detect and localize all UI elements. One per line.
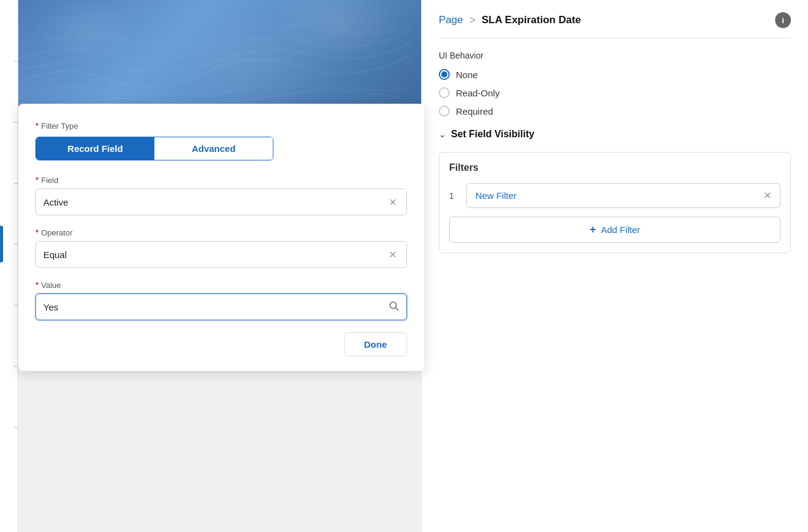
breadcrumb-separator: > <box>469 14 476 27</box>
accent-bar <box>0 226 3 262</box>
field-label: * Field <box>35 175 407 185</box>
required-star: * <box>35 121 38 131</box>
radio-circle-required <box>439 106 450 117</box>
operator-group: * Operator ✕ <box>35 228 407 268</box>
visibility-header[interactable]: ⌄ Set Field Visibility <box>439 129 791 140</box>
left-ruler <box>0 0 18 532</box>
done-button[interactable]: Done <box>344 332 408 356</box>
ui-behavior-title: UI Behavior <box>439 51 791 60</box>
field-clear-icon[interactable]: ✕ <box>386 194 399 210</box>
breadcrumb-page[interactable]: Page <box>439 14 463 26</box>
operator-clear-icon[interactable]: ✕ <box>386 246 399 263</box>
radio-label-required: Required <box>456 106 493 117</box>
field-input-wrapper: ✕ <box>35 189 407 215</box>
field-input[interactable] <box>43 197 386 207</box>
add-filter-button[interactable]: + Add Filter <box>449 217 781 243</box>
ruler-tick <box>14 61 18 62</box>
operator-input[interactable] <box>43 250 386 260</box>
operator-input-wrapper: ✕ <box>35 241 407 268</box>
radio-circle-none <box>439 69 450 80</box>
value-group: * Value <box>35 280 407 320</box>
right-panel: Page > SLA Expiration Date i UI Behavior… <box>421 0 808 532</box>
operator-label: * Operator <box>35 228 407 237</box>
visibility-title: Set Field Visibility <box>451 129 535 140</box>
filter-chip-close-icon[interactable]: ✕ <box>763 190 771 201</box>
breadcrumb: Page > SLA Expiration Date i <box>439 12 791 38</box>
svg-line-1 <box>395 307 398 310</box>
filters-section: Filters 1 New Filter ✕ + Add Filter <box>439 152 791 253</box>
radio-label-none: None <box>456 70 478 80</box>
ruler-tick <box>14 183 18 184</box>
field-group: * Field ✕ <box>35 175 407 215</box>
radio-none[interactable]: None <box>439 69 791 80</box>
operator-required-star: * <box>35 228 38 237</box>
value-input[interactable] <box>43 302 388 312</box>
field-required-star: * <box>35 175 38 185</box>
filters-label: Filters <box>449 162 781 173</box>
filter-modal: * Filter Type Record Field Advanced * Fi… <box>18 104 424 371</box>
value-input-wrapper <box>35 293 407 320</box>
ruler-tick <box>14 305 18 306</box>
info-button[interactable]: i <box>775 12 791 28</box>
add-filter-label: Add Filter <box>601 225 640 235</box>
filter-type-group: * Filter Type Record Field Advanced <box>35 121 407 160</box>
chevron-down-icon: ⌄ <box>439 129 446 139</box>
value-label: * Value <box>35 280 407 290</box>
filter-row: 1 New Filter ✕ <box>449 183 781 208</box>
breadcrumb-current: SLA Expiration Date <box>482 14 581 26</box>
value-required-star: * <box>35 280 38 290</box>
filter-chip-label: New Filter <box>475 190 517 201</box>
ruler-tick <box>14 122 18 123</box>
add-icon: + <box>590 223 596 236</box>
left-background <box>0 0 421 107</box>
modal-footer: Done <box>35 332 407 356</box>
ruler-tick <box>14 427 18 428</box>
filter-number: 1 <box>449 191 459 201</box>
topo-overlay <box>0 0 421 107</box>
radio-dot-none <box>441 71 447 77</box>
radio-required[interactable]: Required <box>439 106 791 117</box>
ui-behavior-radio-group: None Read-Only Required <box>439 69 791 117</box>
radio-label-read-only: Read-Only <box>456 88 500 98</box>
advanced-btn[interactable]: Advanced <box>154 137 273 160</box>
value-search-icon <box>388 300 399 314</box>
filter-chip[interactable]: New Filter ✕ <box>466 183 781 208</box>
ruler-tick <box>14 244 18 245</box>
radio-circle-read-only <box>439 87 450 98</box>
radio-read-only[interactable]: Read-Only <box>439 87 791 98</box>
record-field-btn[interactable]: Record Field <box>36 137 154 160</box>
ruler-tick <box>14 366 18 367</box>
filter-type-label: * Filter Type <box>35 121 407 131</box>
filter-type-toggle: Record Field Advanced <box>35 137 273 160</box>
